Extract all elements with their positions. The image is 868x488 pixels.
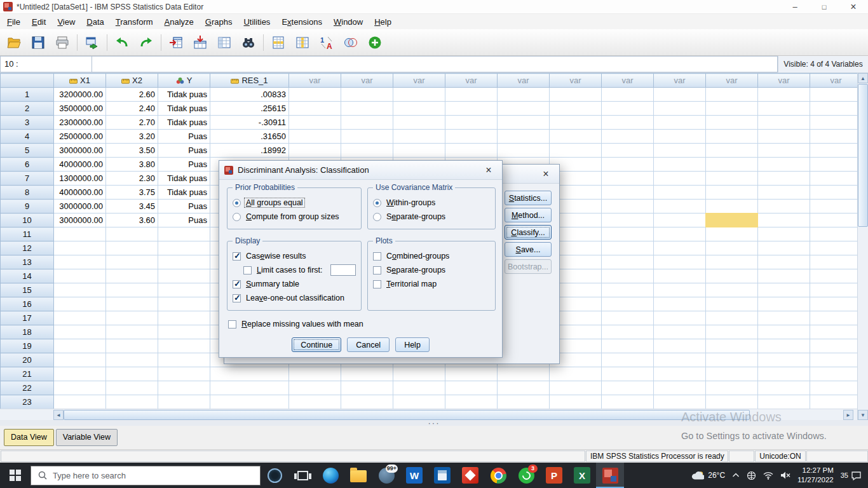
- var-column-header[interactable]: var: [498, 74, 550, 88]
- grid-cell[interactable]: [289, 102, 341, 116]
- show-all-variables-icon[interactable]: [363, 31, 386, 54]
- grid-cell[interactable]: [393, 88, 445, 102]
- grid-cell[interactable]: [706, 311, 758, 325]
- grid-cell[interactable]: 3.20: [106, 130, 158, 144]
- column-header[interactable]: RES_1: [210, 74, 289, 88]
- grid-cell[interactable]: [758, 325, 810, 339]
- grid-cell[interactable]: [393, 144, 445, 158]
- grid-cell[interactable]: [602, 367, 654, 381]
- grid-cell[interactable]: [602, 116, 654, 130]
- grid-cell[interactable]: [341, 367, 393, 381]
- goto-variable-icon[interactable]: [189, 31, 212, 54]
- column-header[interactable]: Y: [158, 74, 210, 88]
- whatsapp-icon[interactable]: 3: [512, 463, 540, 488]
- search-input[interactable]: [53, 471, 254, 480]
- menu-item[interactable]: Transform: [110, 15, 159, 29]
- select-all-corner[interactable]: [1, 74, 54, 88]
- checkbox-option[interactable]: Combined-groups: [373, 249, 490, 263]
- file-explorer-icon[interactable]: [344, 463, 372, 488]
- grid-cell[interactable]: 2.40: [106, 102, 158, 116]
- grid-cell[interactable]: [706, 102, 758, 116]
- row-header[interactable]: 15: [1, 283, 54, 297]
- grid-cell[interactable]: .00833: [210, 88, 289, 102]
- var-column-header[interactable]: var: [706, 74, 758, 88]
- grid-cell[interactable]: [445, 88, 498, 102]
- grid-cell[interactable]: [654, 88, 706, 102]
- grid-cell[interactable]: [706, 144, 758, 158]
- grid-cell[interactable]: 3.80: [106, 158, 158, 172]
- grid-cell[interactable]: [106, 269, 158, 283]
- grid-cell[interactable]: [498, 395, 550, 409]
- grid-cell[interactable]: Tidak puas: [158, 172, 210, 186]
- grid-cell[interactable]: 3500000.00: [54, 102, 106, 116]
- grid-cell[interactable]: [810, 269, 862, 283]
- column-header[interactable]: X1: [54, 74, 106, 88]
- grid-cell[interactable]: 2.70: [106, 116, 158, 130]
- grid-cell[interactable]: [810, 102, 862, 116]
- grid-cell[interactable]: [758, 381, 810, 395]
- grid-cell[interactable]: [758, 102, 810, 116]
- grid-cell[interactable]: [393, 102, 445, 116]
- grid-cell[interactable]: [810, 200, 862, 214]
- grid-cell[interactable]: [810, 227, 862, 241]
- grid-cell[interactable]: [550, 88, 602, 102]
- grid-cell[interactable]: [158, 311, 210, 325]
- grid-cell[interactable]: [810, 395, 862, 409]
- grid-cell[interactable]: [550, 381, 602, 395]
- grid-cell[interactable]: [810, 158, 862, 172]
- tab-data-view[interactable]: Data View: [4, 429, 54, 446]
- grid-cell[interactable]: [54, 395, 106, 409]
- grid-cell[interactable]: [654, 241, 706, 255]
- grid-cell[interactable]: [706, 255, 758, 269]
- row-header[interactable]: 4: [1, 130, 54, 144]
- grid-cell[interactable]: [106, 395, 158, 409]
- menu-item[interactable]: Extensions: [276, 15, 328, 29]
- row-header[interactable]: 18: [1, 325, 54, 339]
- menu-item[interactable]: Help: [369, 15, 397, 29]
- grid-cell[interactable]: [758, 395, 810, 409]
- chrome-icon[interactable]: [484, 463, 512, 488]
- dialog-action-button[interactable]: Continue: [292, 337, 341, 352]
- checkbox-option[interactable]: Summary table: [233, 277, 356, 291]
- grid-cell[interactable]: [758, 227, 810, 241]
- grid-cell[interactable]: [654, 395, 706, 409]
- row-header[interactable]: 2: [1, 102, 54, 116]
- grid-cell[interactable]: [810, 325, 862, 339]
- column-header[interactable]: X2: [106, 74, 158, 88]
- row-header[interactable]: 23: [1, 395, 54, 409]
- grid-cell[interactable]: [758, 297, 810, 311]
- grid-cell[interactable]: [106, 241, 158, 255]
- dialog-action-button[interactable]: Cancel: [347, 337, 390, 352]
- grid-cell[interactable]: Tidak puas: [158, 88, 210, 102]
- grid-cell[interactable]: 3.45: [106, 200, 158, 214]
- grid-cell[interactable]: 2300000.00: [54, 116, 106, 130]
- grid-cell[interactable]: Tidak puas: [158, 116, 210, 130]
- row-header[interactable]: 1: [1, 88, 54, 102]
- grid-cell[interactable]: [654, 269, 706, 283]
- grid-cell[interactable]: [706, 283, 758, 297]
- undo-icon[interactable]: [111, 31, 133, 54]
- grid-cell[interactable]: [758, 200, 810, 214]
- grid-cell[interactable]: Puas: [158, 130, 210, 144]
- grid-cell[interactable]: [810, 130, 862, 144]
- grid-cell[interactable]: [106, 227, 158, 241]
- grid-cell[interactable]: [498, 381, 550, 395]
- grid-cell[interactable]: [498, 367, 550, 381]
- grid-cell[interactable]: [758, 367, 810, 381]
- grid-cell[interactable]: [54, 311, 106, 325]
- grid-cell[interactable]: [654, 186, 706, 200]
- grid-cell[interactable]: [158, 325, 210, 339]
- grid-cell[interactable]: [158, 339, 210, 353]
- grid-cell[interactable]: [341, 102, 393, 116]
- grid-cell[interactable]: [706, 241, 758, 255]
- grid-cell[interactable]: [393, 381, 445, 395]
- grid-cell[interactable]: [341, 144, 393, 158]
- grid-cell[interactable]: [54, 325, 106, 339]
- radio-option[interactable]: Compute from group sizes: [233, 210, 356, 224]
- insert-cases-icon[interactable]: [267, 31, 290, 54]
- grid-cell[interactable]: 2.30: [106, 172, 158, 186]
- grid-cell[interactable]: [158, 395, 210, 409]
- menu-item[interactable]: View: [51, 15, 81, 29]
- cortana-icon[interactable]: [261, 463, 288, 488]
- grid-cell[interactable]: [445, 144, 498, 158]
